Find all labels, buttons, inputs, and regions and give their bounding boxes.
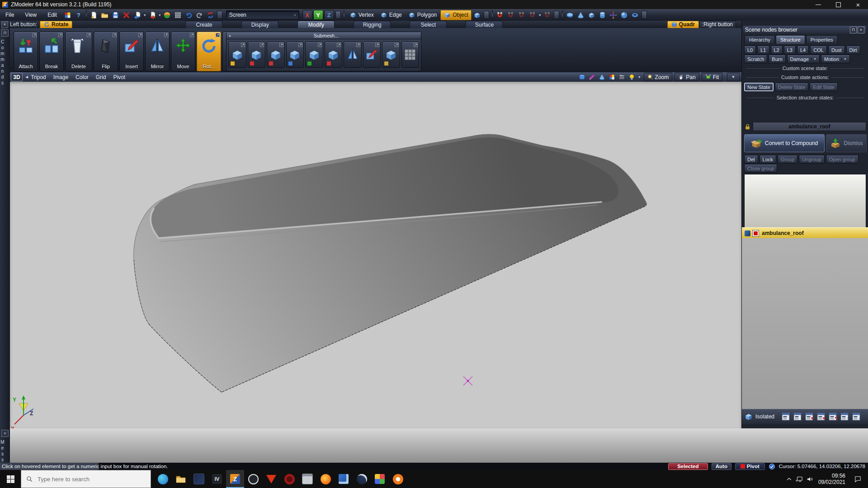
expand-all-icon[interactable]: +: [840, 412, 849, 421]
screen-mode-dropdown[interactable]: Screen ˅: [226, 10, 299, 19]
taskbar-app-firefox[interactable]: [316, 470, 335, 488]
lod-col-button[interactable]: COL: [810, 46, 827, 54]
taskbar-app-window[interactable]: [298, 470, 316, 488]
viewport-menu-pivot[interactable]: Pivot: [113, 74, 125, 80]
tab-surface[interactable]: Surface: [466, 21, 503, 28]
web-update-icon[interactable]: [162, 10, 172, 20]
edit-state-button[interactable]: Edit State: [810, 83, 838, 91]
axis-mini-button[interactable]: [335, 11, 341, 19]
viewport-canvas[interactable]: Y Z X: [10, 82, 741, 428]
submesh-tool-10[interactable]: [401, 42, 420, 68]
node-visibility-checkbox[interactable]: [752, 230, 759, 237]
taskbar-clock[interactable]: 09:56 09/02/2021: [818, 473, 845, 485]
taskbar-app-obs[interactable]: [244, 470, 262, 488]
save-icon[interactable]: [111, 10, 121, 20]
move-into-icon[interactable]: ▼: [816, 412, 826, 421]
volume-icon[interactable]: [806, 475, 814, 483]
left-button-rotate[interactable]: Rotate: [40, 21, 72, 28]
submesh-tool-9[interactable]: [382, 42, 400, 68]
taskbar-search[interactable]: [21, 470, 151, 488]
submesh-tool-4[interactable]: [286, 42, 304, 68]
selected-badge[interactable]: Selected: [668, 463, 708, 470]
export-dropdown-icon[interactable]: ▼: [143, 14, 146, 17]
snap-edge-icon[interactable]: [517, 10, 527, 20]
tab-rigging[interactable]: Rigging: [354, 21, 391, 28]
macro-icon[interactable]: [63, 10, 73, 20]
tool-flip[interactable]: Flip: [94, 32, 118, 71]
lod-l4-button[interactable]: L4: [797, 46, 809, 54]
start-button[interactable]: [0, 470, 21, 488]
tab-select[interactable]: Select: [410, 21, 447, 28]
perspective-cone-icon[interactable]: [598, 73, 607, 81]
taskbar-app-blue[interactable]: [335, 470, 353, 488]
render-clapper-icon[interactable]: [618, 73, 627, 81]
import-dropdown-icon[interactable]: ▼: [158, 14, 161, 17]
taskbar-app-orange[interactable]: [389, 470, 407, 488]
delete-state-button[interactable]: Delete State: [775, 83, 809, 91]
snap-dropdown-icon[interactable]: ▼: [538, 14, 542, 17]
close-messages-icon[interactable]: ×: [1, 430, 9, 437]
mode-vertex[interactable]: Vertex: [347, 10, 377, 20]
snap-magnet-icon[interactable]: [495, 10, 505, 20]
taskbar-app-code[interactable]: [190, 470, 208, 488]
taskbar-app-iv[interactable]: IV: [208, 470, 226, 488]
new-file-icon[interactable]: [89, 10, 99, 20]
move-down-icon[interactable]: ▼: [805, 412, 814, 421]
undo-icon[interactable]: [184, 10, 194, 20]
tool-insert[interactable]: Insert: [119, 32, 144, 71]
tab-hierarchy[interactable]: Hierarchy: [745, 35, 775, 44]
toolbar-mini-button[interactable]: [217, 11, 222, 19]
primitive-cone-icon[interactable]: [576, 10, 586, 20]
primitive-torus-icon[interactable]: [630, 10, 640, 20]
lod-l0-button[interactable]: L0: [744, 46, 756, 54]
convert-to-compound-button[interactable]: Convert to Compound: [744, 134, 825, 152]
selected-node-field[interactable]: ambulance_roof: [753, 122, 866, 131]
axis-z-toggle[interactable]: Z: [324, 10, 334, 20]
lod-l1-button[interactable]: L1: [757, 46, 769, 54]
scene-node-row-selected[interactable]: ambulance_roof: [742, 227, 868, 239]
mode-mini-button[interactable]: [484, 11, 489, 19]
dismiss-button[interactable]: Dismiss: [826, 134, 867, 152]
fx-scratch-button[interactable]: Scratch: [744, 55, 767, 63]
taskbar-app-store[interactable]: [371, 470, 389, 488]
viewport-dropdown-button[interactable]: ▼: [727, 73, 740, 81]
list-view-icon[interactable]: [781, 412, 790, 421]
shading-icon[interactable]: [578, 73, 587, 81]
motion-dropdown-icon[interactable]: ▼: [841, 57, 847, 61]
axis-x-toggle[interactable]: X: [302, 10, 312, 20]
help-icon[interactable]: ?: [74, 10, 84, 20]
reload-icon[interactable]: [206, 10, 216, 20]
tool-delete[interactable]: Delete: [65, 32, 92, 71]
close-group-button[interactable]: Close group: [744, 164, 777, 173]
mode-edge[interactable]: Edge: [377, 10, 405, 20]
collapse-left-icon[interactable]: ◀: [25, 75, 28, 79]
tool-attach[interactable]: Attach: [14, 32, 38, 71]
tab-display[interactable]: Display: [241, 21, 278, 28]
submesh-tool-6[interactable]: [325, 42, 343, 68]
taskbar-app-zmodeler[interactable]: Z: [226, 470, 244, 488]
primitive-cube-icon[interactable]: [587, 10, 597, 20]
check-icon[interactable]: [769, 463, 775, 470]
submesh-tool-2[interactable]: [248, 42, 266, 68]
auto-badge[interactable]: Auto: [712, 463, 731, 470]
pan-button[interactable]: Pan: [675, 73, 699, 81]
submesh-tool-8[interactable]: [363, 42, 381, 68]
primitive-cylinder-icon[interactable]: [598, 10, 608, 20]
messages-strip[interactable]: × Messag: [0, 428, 10, 463]
snap-vertex-icon[interactable]: [506, 10, 516, 20]
lod-l2-button[interactable]: L2: [771, 46, 783, 54]
snap-extra-icon[interactable]: [542, 10, 552, 20]
open-group-button[interactable]: Open group: [826, 155, 859, 164]
zoom-button[interactable]: Zoom: [644, 73, 673, 81]
viewport-menu-tripod[interactable]: Tripod: [31, 74, 46, 80]
primitive-dummy-icon[interactable]: [609, 10, 618, 20]
wireframe-pen-icon[interactable]: [588, 73, 597, 81]
lod-dirt-button[interactable]: Dirt: [846, 46, 860, 54]
search-input[interactable]: [37, 475, 138, 483]
mode-object[interactable]: Object: [440, 10, 472, 20]
open-file-icon[interactable]: [100, 10, 110, 20]
redo-icon[interactable]: [195, 10, 205, 20]
taskbar-app-steam[interactable]: [353, 470, 371, 488]
lock-button[interactable]: Lock: [760, 155, 776, 164]
submesh-tool-3[interactable]: [267, 42, 285, 68]
